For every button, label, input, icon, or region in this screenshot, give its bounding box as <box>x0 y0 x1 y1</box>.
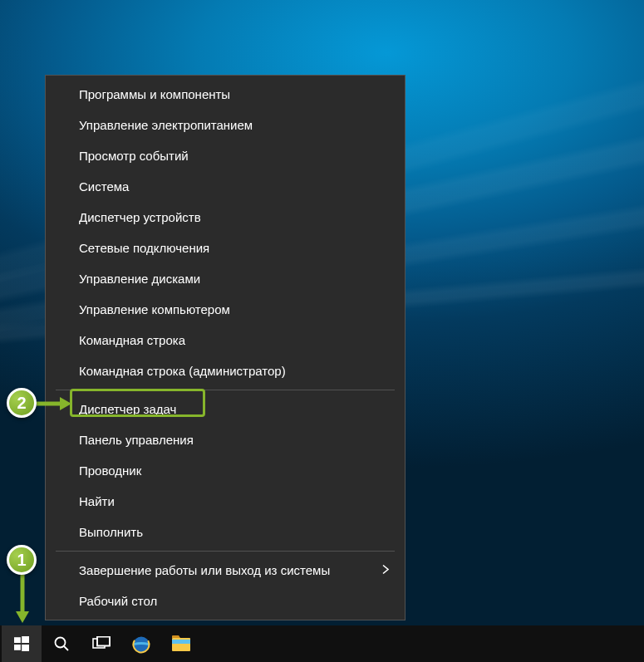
menu-item-label: Панель управления <box>79 433 194 447</box>
svg-rect-7 <box>22 645 29 651</box>
taskbar-file-explorer[interactable] <box>161 625 201 662</box>
menu-file-explorer[interactable]: Проводник <box>46 455 405 486</box>
menu-item-label: Диспетчер устройств <box>79 210 201 224</box>
menu-shutdown[interactable]: Завершение работы или выход из системы <box>46 555 405 586</box>
annotation-badge-1-label: 1 <box>17 551 26 570</box>
menu-command-prompt[interactable]: Командная строка <box>46 325 405 356</box>
svg-rect-5 <box>22 636 29 643</box>
annotation-badge-1: 1 <box>7 545 37 575</box>
svg-rect-6 <box>14 645 21 650</box>
menu-item-label: Управление компьютером <box>79 302 230 316</box>
menu-separator <box>56 551 395 552</box>
menu-item-label: Просмотр событий <box>79 149 189 163</box>
svg-point-8 <box>56 638 66 648</box>
menu-computer-management[interactable]: Управление компьютером <box>46 294 405 325</box>
svg-rect-4 <box>14 637 21 643</box>
annotation-badge-2-label: 2 <box>17 394 26 413</box>
task-view-icon <box>92 636 111 651</box>
menu-item-label: Проводник <box>79 463 141 478</box>
menu-event-viewer[interactable]: Просмотр событий <box>46 140 405 171</box>
menu-search[interactable]: Найти <box>46 486 405 517</box>
menu-item-label: Управление дисками <box>79 272 200 286</box>
menu-run[interactable]: Выполнить <box>46 517 405 547</box>
ie-icon <box>130 633 152 655</box>
menu-item-label: Сетевые подключения <box>79 241 209 255</box>
menu-disk-management[interactable]: Управление дисками <box>46 263 405 294</box>
menu-item-label: Командная строка (администратор) <box>79 364 286 378</box>
menu-power-options[interactable]: Управление электропитанием <box>46 110 405 140</box>
menu-item-label: Рабочий стол <box>79 594 157 608</box>
menu-programs-and-features[interactable]: Программы и компоненты <box>46 79 405 110</box>
menu-item-label: Диспетчер задач <box>79 402 176 416</box>
task-view-button[interactable] <box>81 625 121 662</box>
menu-network-connections[interactable]: Сетевые подключения <box>46 233 405 263</box>
menu-item-label: Найти <box>79 494 115 508</box>
menu-control-panel[interactable]: Панель управления <box>46 424 405 455</box>
annotation-badge-2: 2 <box>7 388 37 418</box>
menu-task-manager[interactable]: Диспетчер задач <box>46 394 405 424</box>
taskbar <box>0 625 644 662</box>
winx-power-menu: Программы и компонентыУправление электро… <box>45 75 406 620</box>
menu-item-label: Выполнить <box>79 525 143 539</box>
menu-separator <box>56 390 395 390</box>
svg-rect-11 <box>97 637 110 646</box>
search-icon <box>53 635 70 652</box>
menu-item-label: Управление электропитанием <box>79 118 253 132</box>
chevron-right-icon <box>381 563 390 577</box>
menu-item-label: Система <box>79 179 129 194</box>
svg-line-9 <box>64 646 68 650</box>
search-button[interactable] <box>42 625 81 662</box>
menu-system[interactable]: Система <box>46 171 405 202</box>
file-explorer-icon <box>171 635 191 653</box>
svg-marker-3 <box>16 611 29 623</box>
start-button[interactable] <box>2 625 42 662</box>
menu-item-label: Программы и компоненты <box>79 87 230 101</box>
menu-device-manager[interactable]: Диспетчер устройств <box>46 202 405 233</box>
menu-desktop[interactable]: Рабочий стол <box>46 586 405 616</box>
windows-logo-icon <box>14 636 29 651</box>
menu-item-label: Командная строка <box>79 333 185 347</box>
svg-rect-16 <box>172 640 190 644</box>
menu-item-label: Завершение работы или выход из системы <box>79 563 330 577</box>
menu-command-prompt-admin[interactable]: Командная строка (администратор) <box>46 356 405 386</box>
taskbar-internet-explorer[interactable] <box>121 625 161 662</box>
annotation-arrow-1 <box>15 575 30 623</box>
